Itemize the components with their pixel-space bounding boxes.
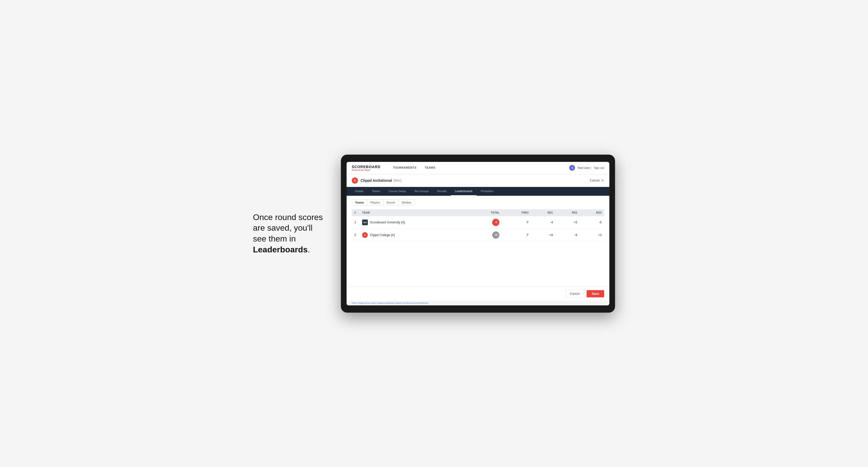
sign-out-link[interactable]: Sign out — [594, 166, 604, 169]
col-team: TEAM — [360, 209, 470, 216]
row-thru: F — [502, 228, 531, 241]
tournament-name: Clippd Invitational — [361, 179, 392, 183]
tablet-device: SCOREBOARD Powered by clippd TOURNAMENTS… — [341, 155, 615, 313]
tab-course-setup[interactable]: Course Setup — [384, 187, 410, 196]
sub-tabs: Details Teams Course Setup Tee Groups Re… — [347, 187, 609, 196]
toggle-teams[interactable]: Teams — [352, 199, 367, 205]
nav-tournaments[interactable]: TOURNAMENTS — [389, 162, 421, 174]
col-rd3: RD3 — [580, 209, 604, 216]
col-rank: # — [352, 209, 360, 216]
toggle-strokes[interactable]: Strokes — [399, 199, 414, 205]
row-thru: F — [502, 216, 531, 229]
content-area: Teams Players Scores Strokes # TEAM TOTA… — [347, 196, 609, 245]
table-header-row: # TEAM TOTAL THRU RD1 RD2 RD3 — [352, 209, 604, 216]
col-total: TOTAL — [470, 209, 502, 216]
row-rd2: +5 — [556, 216, 580, 229]
leaderboard-table: # TEAM TOTAL THRU RD1 RD2 RD3 1 SU Sco — [352, 209, 604, 242]
tablet-screen: SCOREBOARD Powered by clippd TOURNAMENTS… — [347, 162, 609, 305]
col-rd2: RD2 — [556, 209, 580, 216]
row-rank: 1 — [352, 216, 360, 229]
nav-links: TOURNAMENTS TEAMS — [389, 162, 569, 174]
table-row: 1 SU Scoreboard University [A] -5 F -4 +… — [352, 216, 604, 229]
tournament-gender: (Men) — [393, 179, 401, 182]
row-rd1: +8 — [531, 228, 556, 241]
score-badge: +3 — [492, 231, 499, 239]
tab-results[interactable]: Results — [433, 187, 451, 196]
url-bar: https://stage-blue-coach.stagescoreboard… — [347, 301, 609, 305]
nav-teams[interactable]: TEAMS — [421, 162, 439, 174]
sidebar-description: Once round scores are saved, you'll see … — [253, 212, 326, 255]
team-logo-icon: C — [362, 232, 368, 238]
user-avatar: S — [569, 165, 575, 171]
col-rd1: RD1 — [531, 209, 556, 216]
row-team: SU Scoreboard University [A] — [360, 216, 470, 229]
footer-save-button[interactable]: Save — [587, 290, 604, 298]
tournament-icon: C — [352, 177, 358, 184]
team-name-label: Clippd College [A] — [370, 233, 395, 237]
table-row: 2 C Clippd College [A] +3 F +8 -8 +3 — [352, 228, 604, 241]
tournament-header: C Clippd Invitational (Men) Cancel ✕ — [347, 174, 609, 187]
row-team: C Clippd College [A] — [360, 228, 470, 241]
team-name-label: Scoreboard University [A] — [370, 221, 405, 224]
row-rank: 2 — [352, 228, 360, 241]
top-navigation: SCOREBOARD Powered by clippd TOURNAMENTS… — [347, 162, 609, 174]
logo-area: SCOREBOARD Powered by clippd — [352, 165, 380, 171]
view-toggle-group: Teams Players Scores Strokes — [352, 199, 414, 206]
user-name: Test User | — [578, 166, 591, 169]
logo-subtitle: Powered by clippd — [352, 169, 380, 171]
nav-right: S Test User | Sign out — [569, 165, 604, 171]
team-logo-icon: SU — [362, 220, 368, 225]
tab-printables[interactable]: Printables — [477, 187, 498, 196]
tournament-cancel-button[interactable]: Cancel ✕ — [590, 179, 604, 183]
cancel-x-icon: ✕ — [601, 179, 604, 183]
row-rd3: +3 — [580, 228, 604, 241]
row-rd2: -8 — [556, 228, 580, 241]
modal-footer: Cancel Save — [347, 286, 609, 301]
row-total: -5 — [470, 216, 502, 229]
col-thru: THRU — [502, 209, 531, 216]
tab-details[interactable]: Details — [351, 187, 368, 196]
toggle-scores[interactable]: Scores — [383, 199, 399, 205]
logo-title: SCOREBOARD — [352, 165, 380, 169]
toggle-players[interactable]: Players — [367, 199, 383, 205]
score-badge: -5 — [492, 219, 499, 226]
row-rd1: -4 — [531, 216, 556, 229]
tab-teams[interactable]: Teams — [368, 187, 384, 196]
tab-tee-groups[interactable]: Tee Groups — [410, 187, 433, 196]
footer-cancel-button[interactable]: Cancel — [566, 290, 584, 298]
row-rd3: -6 — [580, 216, 604, 229]
tab-leaderboards[interactable]: Leaderboards — [451, 187, 477, 196]
row-total: +3 — [470, 228, 502, 241]
